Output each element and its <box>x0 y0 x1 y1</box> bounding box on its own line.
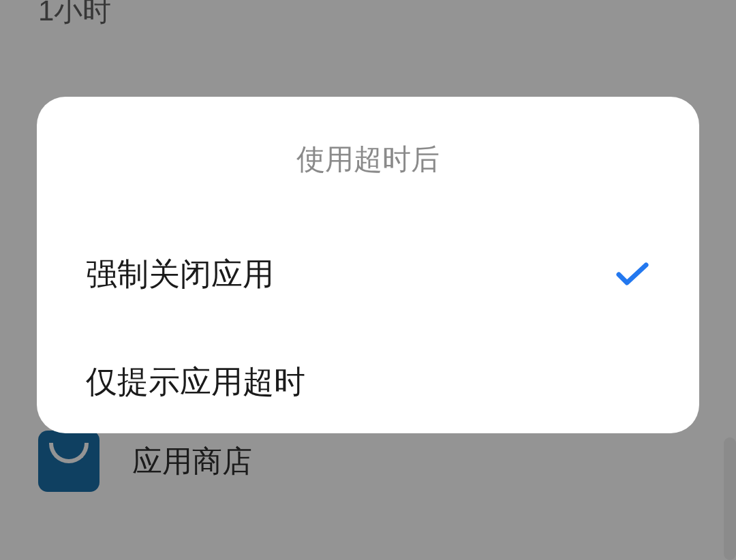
check-icon <box>615 261 650 288</box>
option-remind-only[interactable]: 仅提示应用超时 <box>37 328 699 436</box>
option-force-close[interactable]: 强制关闭应用 <box>37 221 699 328</box>
dialog-title: 使用超时后 <box>37 140 699 178</box>
timeout-action-dialog: 使用超时后 强制关闭应用 仅提示应用超时 <box>37 97 699 433</box>
option-label: 仅提示应用超时 <box>86 361 305 403</box>
option-label: 强制关闭应用 <box>86 253 274 296</box>
